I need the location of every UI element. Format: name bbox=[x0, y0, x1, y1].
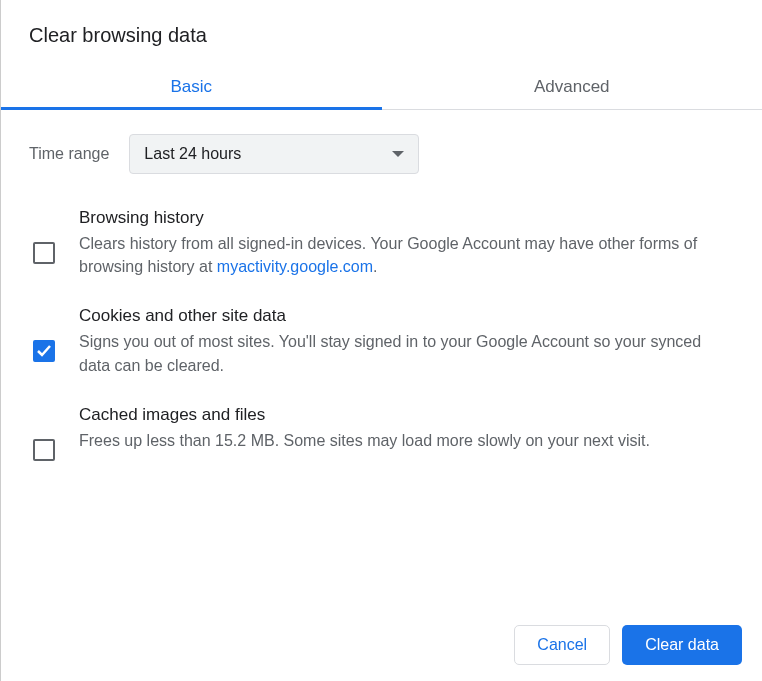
option-cookies: Cookies and other site data Signs you ou… bbox=[29, 296, 738, 394]
option-body: Browsing history Clears history from all… bbox=[79, 208, 734, 278]
option-desc-suffix: . bbox=[373, 258, 377, 275]
tabs: Basic Advanced bbox=[1, 63, 762, 110]
myactivity-link[interactable]: myactivity.google.com bbox=[217, 258, 373, 275]
option-desc: Frees up less than 15.2 MB. Some sites m… bbox=[79, 429, 734, 452]
chevron-down-icon bbox=[392, 151, 404, 157]
option-desc: Clears history from all signed-in device… bbox=[79, 232, 734, 278]
dialog-footer: Cancel Clear data bbox=[1, 609, 762, 681]
cancel-button[interactable]: Cancel bbox=[514, 625, 610, 665]
option-desc: Signs you out of most sites. You'll stay… bbox=[79, 330, 734, 376]
time-range-selected: Last 24 hours bbox=[144, 145, 241, 163]
tab-basic[interactable]: Basic bbox=[1, 63, 382, 109]
options-list: Browsing history Clears history from all… bbox=[1, 194, 762, 609]
time-range-label: Time range bbox=[29, 145, 109, 163]
time-range-row: Time range Last 24 hours bbox=[1, 110, 762, 194]
option-body: Cached images and files Frees up less th… bbox=[79, 405, 734, 452]
checkbox-cached[interactable] bbox=[33, 439, 55, 461]
option-browsing-history: Browsing history Clears history from all… bbox=[29, 198, 738, 296]
clear-browsing-data-dialog: Clear browsing data Basic Advanced Time … bbox=[0, 0, 762, 681]
option-desc-text: Clears history from all signed-in device… bbox=[79, 235, 697, 275]
checkbox-browsing-history[interactable] bbox=[33, 242, 55, 264]
option-cached: Cached images and files Frees up less th… bbox=[29, 395, 738, 479]
checkbox-cookies[interactable] bbox=[33, 340, 55, 362]
time-range-select[interactable]: Last 24 hours bbox=[129, 134, 419, 174]
option-title: Browsing history bbox=[79, 208, 734, 228]
dialog-title: Clear browsing data bbox=[1, 0, 762, 63]
clear-data-button[interactable]: Clear data bbox=[622, 625, 742, 665]
option-body: Cookies and other site data Signs you ou… bbox=[79, 306, 734, 376]
option-title: Cached images and files bbox=[79, 405, 734, 425]
option-title: Cookies and other site data bbox=[79, 306, 734, 326]
tab-advanced[interactable]: Advanced bbox=[382, 63, 763, 109]
